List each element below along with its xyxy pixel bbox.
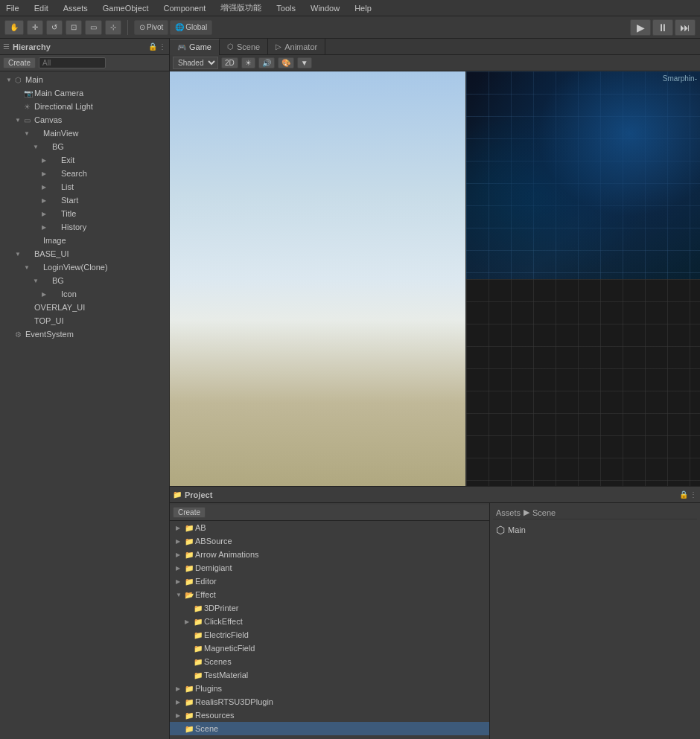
tree-item-loginview[interactable]: ▼ LoginView(Clone) [0, 260, 169, 274]
pause-button[interactable]: ⏸ [652, 19, 673, 36]
menu-file[interactable]: File [3, 2, 22, 14]
tab-animator[interactable]: ▷ Animator [268, 39, 325, 55]
arrow-icon: ▶ [176, 578, 185, 585]
tree-item-directional-light[interactable]: ☀ Directional Light [0, 100, 169, 113]
arrow-icon: ▼ [24, 264, 33, 271]
tree-item-mainview[interactable]: ▼ MainView [0, 127, 169, 140]
menu-help[interactable]: Help [351, 2, 375, 14]
project-create-button[interactable]: Create [173, 507, 206, 518]
scene-bottom-view[interactable] [466, 279, 700, 487]
tree-label: Title [61, 209, 76, 218]
proj-item-ab[interactable]: ▶ 📁 AB [170, 521, 489, 534]
tree-item-icon[interactable]: ▶ Icon [0, 287, 169, 301]
menu-assets[interactable]: Assets [60, 2, 91, 14]
tree-item-base-ui[interactable]: ▼ BASE_UI [0, 247, 169, 260]
rotate-tool-button[interactable]: ↺ [46, 20, 63, 35]
proj-item-editor[interactable]: ▶ 📁 Editor [170, 575, 489, 588]
proj-item-demigiant[interactable]: ▶ 📁 Demigiant [170, 561, 489, 575]
proj-label: ClickEffect [204, 617, 243, 626]
proj-item-scene[interactable]: 📁 Scene [170, 722, 489, 735]
menu-enhanced[interactable]: 增强版功能 [217, 1, 264, 15]
tree-item-overlay-ui[interactable]: OVERLAY_UI [0, 301, 169, 314]
shading-select[interactable]: Shaded [173, 57, 218, 69]
transform-tool-button[interactable]: ⊹ [105, 20, 121, 35]
tree-item-history[interactable]: ▶ History [0, 220, 169, 234]
proj-item-resources[interactable]: ▶ 📁 Resources [170, 708, 489, 722]
folder-icon: 📂 [185, 591, 194, 599]
tab-bar: 🎮 Game ⬡ Scene ▷ Animator [170, 39, 700, 55]
proj-item-plugins[interactable]: ▶ 📁 Plugins [170, 682, 489, 695]
audio-button[interactable]: 🔊 [258, 57, 275, 68]
proj-item-absource[interactable]: ▶ 📁 ABSource [170, 534, 489, 548]
lighting-button[interactable]: ☀ [241, 57, 255, 68]
tree-item-list[interactable]: ▶ List [0, 180, 169, 193]
arrow-icon: ▶ [176, 525, 185, 531]
pivot-button[interactable]: ⊙ Pivot [134, 20, 168, 35]
tree-item-main[interactable]: ▼ ⬡ Main [0, 73, 169, 86]
proj-item-scripts[interactable]: ▼ 📂 Scripts [170, 735, 489, 739]
main-viewport[interactable] [170, 71, 465, 486]
arrow-icon: ▶ [176, 565, 185, 572]
proj-item-testmaterial[interactable]: 📁 TestMaterial [170, 668, 489, 682]
toolbar-separator-1 [127, 20, 128, 35]
gizmos-button[interactable]: ▼ [297, 57, 312, 68]
tree-item-login-bg[interactable]: ▼ BG [0, 274, 169, 287]
proj-item-clickeffect[interactable]: ▶ 📁 ClickEffect [170, 615, 489, 628]
asset-item-main[interactable]: ⬡ Main [493, 522, 697, 537]
arrow-icon: ▶ [42, 184, 51, 191]
proj-item-realis[interactable]: ▶ 📁 RealisRTSU3DPlugin [170, 695, 489, 708]
menu-tools[interactable]: Tools [273, 2, 299, 14]
proj-item-3dprinter[interactable]: 📁 3DPrinter [170, 601, 489, 615]
menu-component[interactable]: Component [160, 2, 209, 14]
tree-item-start[interactable]: ▶ Start [0, 193, 169, 207]
proj-item-scenes[interactable]: 📁 Scenes [170, 655, 489, 668]
tree-label: Directional Light [34, 102, 93, 111]
play-button[interactable]: ▶ [630, 19, 651, 36]
tree-item-bg[interactable]: ▼ BG [0, 140, 169, 153]
tree-label: Icon [61, 289, 77, 298]
assets-label: Assets [496, 508, 521, 517]
proj-item-effect[interactable]: ▼ 📂 Effect [170, 588, 489, 601]
hierarchy-create-button[interactable]: Create [3, 57, 36, 68]
tree-item-main-camera[interactable]: 📷 Main Camera [0, 86, 169, 100]
arrow-icon: ▼ [33, 144, 42, 150]
tab-game[interactable]: 🎮 Game [170, 39, 220, 55]
tree-item-top-ui[interactable]: TOP_UI [0, 314, 169, 327]
hierarchy-search-input[interactable] [39, 57, 106, 68]
tab-scene-label: Scene [237, 42, 260, 51]
effects-button[interactable]: 🎨 [278, 57, 294, 68]
scene-grid-view[interactable]: Smarphin- [466, 71, 700, 279]
grid-overlay [466, 71, 700, 279]
scene-tab-icon: ⬡ [227, 42, 234, 51]
global-button[interactable]: 🌐 Global [170, 20, 212, 35]
folder-icon: 📁 [194, 644, 203, 653]
menu-window[interactable]: Window [308, 2, 343, 14]
tree-item-exit[interactable]: ▶ Exit [0, 153, 169, 167]
tree-label: Canvas [34, 115, 62, 124]
proj-item-magneticfield[interactable]: 📁 MagneticField [170, 642, 489, 655]
tree-item-search[interactable]: ▶ Search [0, 167, 169, 180]
tab-scene[interactable]: ⬡ Scene [220, 39, 268, 55]
tree-item-canvas[interactable]: ▼ ▭ Canvas [0, 113, 169, 127]
folder-icon: 📁 [185, 698, 194, 706]
hierarchy-tree: ▼ ⬡ Main 📷 Main Camera ☀ Directional Lig… [0, 71, 169, 739]
proj-item-electricfield[interactable]: 📁 ElectricField [170, 628, 489, 642]
scale-tool-button[interactable]: ⊡ [66, 20, 82, 35]
arrow-icon: ▶ [176, 685, 185, 692]
hand-tool-button[interactable]: ✋ [4, 20, 24, 35]
move-tool-button[interactable]: ✛ [27, 20, 43, 35]
more-icon: ⋮ [690, 490, 697, 499]
menu-gameobject[interactable]: GameObject [100, 2, 152, 14]
2d-button[interactable]: 2D [221, 57, 238, 68]
tab-animator-label: Animator [284, 42, 317, 51]
toolbar: ✋ ✛ ↺ ⊡ ▭ ⊹ ⊙ Pivot 🌐 Global ▶ ⏸ ⏭ [0, 16, 700, 39]
menu-edit[interactable]: Edit [31, 2, 51, 14]
tree-item-eventsystem[interactable]: ⚙ EventSystem [0, 327, 169, 341]
step-button[interactable]: ⏭ [675, 19, 696, 36]
rect-tool-button[interactable]: ▭ [85, 20, 102, 35]
tree-item-image[interactable]: Image [0, 234, 169, 247]
project-area: 📁 Project 🔒 ⋮ Create ▶ 📁 [170, 486, 700, 739]
proj-item-arrow-animations[interactable]: ▶ 📁 Arrow Animations [170, 548, 489, 561]
arrow-icon: ▶ [176, 551, 185, 558]
tree-item-title[interactable]: ▶ Title [0, 207, 169, 220]
